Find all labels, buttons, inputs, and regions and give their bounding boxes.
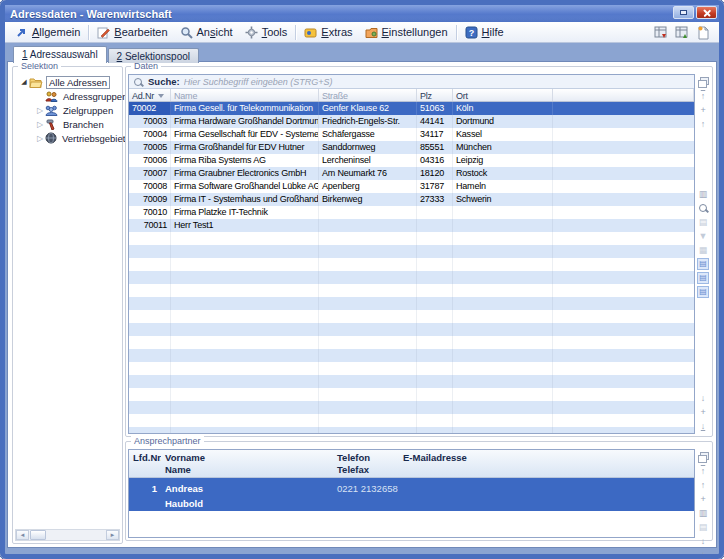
tree-item-zielgruppen[interactable]: ▷ Zielgruppen: [13, 103, 122, 117]
table-row[interactable]: 70006Firma Riba Systems AGLercheninsel04…: [129, 154, 694, 167]
table-row[interactable]: 70005Firma Großhandel für EDV HutnerSand…: [129, 141, 694, 154]
contacts-groupbox: Ansprechpartner Lfd.Nr. VornameName Tele…: [125, 441, 713, 541]
menu-hilfe[interactable]: ? Hilfe: [459, 24, 510, 41]
column-header-adnr[interactable]: Ad.Nr: [129, 89, 171, 101]
magnifier-icon: [180, 26, 193, 39]
table-export-icon[interactable]: [654, 25, 669, 40]
table-row-empty[interactable]: [129, 362, 694, 375]
table-row[interactable]: 70008Firma Software Großhandel Lübke AGA…: [129, 180, 694, 193]
tree-collapsed-icon[interactable]: ▷: [35, 106, 45, 115]
copy-view-icon[interactable]: [697, 76, 709, 88]
table-row-empty[interactable]: [129, 258, 694, 271]
sum-icon[interactable]: ▤: [697, 521, 709, 533]
insert-row-icon[interactable]: +: [697, 493, 709, 505]
close-button[interactable]: [696, 6, 717, 19]
selection-tree: ◢ Alle Adressen Adressgruppen ▷ Zielgrup…: [13, 75, 122, 145]
menu-tools[interactable]: Tools: [239, 24, 294, 41]
table-row-empty[interactable]: [129, 427, 694, 433]
menu-ansicht[interactable]: Ansicht: [174, 24, 239, 41]
column-header-telefon-telefax[interactable]: TelefonTelefax: [333, 450, 399, 477]
gear-icon: [245, 26, 258, 39]
column-header-email[interactable]: E-Mailadresse: [399, 450, 694, 477]
scroll-right-icon[interactable]: ►: [106, 530, 119, 540]
menu-allgemein[interactable]: Allgemein: [9, 24, 86, 41]
scroll-top-icon[interactable]: ↑: [697, 465, 709, 477]
table-row-empty[interactable]: [129, 310, 694, 323]
append-row-icon[interactable]: +: [697, 406, 709, 418]
filter-icon[interactable]: ▼: [697, 230, 709, 242]
tree-expanded-icon[interactable]: ◢: [19, 78, 29, 86]
search-icon[interactable]: [697, 202, 709, 214]
column-header-ort[interactable]: Ort: [453, 89, 553, 101]
contacts-group-title: Ansprechpartner: [131, 436, 204, 446]
menu-separator: [295, 25, 296, 40]
grid-blue-icon[interactable]: ▤: [697, 272, 709, 284]
table-row-empty[interactable]: [129, 245, 694, 258]
append-row-icon[interactable]: +: [697, 549, 709, 559]
tree-item-alle-adressen[interactable]: ◢ Alle Adressen: [13, 75, 122, 89]
table-row-empty[interactable]: [129, 349, 694, 362]
copy-view-icon[interactable]: [697, 451, 709, 463]
table-row-empty[interactable]: [129, 297, 694, 310]
sum-icon[interactable]: ▤: [697, 216, 709, 228]
list-blue-icon[interactable]: ▤: [697, 258, 709, 270]
tree-item-branchen[interactable]: ▷ Branchen: [13, 117, 122, 131]
table-row[interactable]: 70009Firma IT - Systemhaus und Großhande…: [129, 193, 694, 206]
table-row-empty[interactable]: [129, 232, 694, 245]
restore-button[interactable]: [673, 6, 694, 19]
scroll-top-icon[interactable]: ↑: [697, 90, 709, 102]
tree-item-vertriebsgebiete[interactable]: ▷ Vertriebsgebiete: [13, 131, 122, 145]
scroll-left-icon[interactable]: ◄: [16, 530, 29, 540]
menu-extras[interactable]: Extras: [298, 24, 358, 41]
table-row[interactable]: 70002Firma Gesell. für Telekommunikation…: [129, 102, 694, 115]
tab-adressauswahl[interactable]: 1 Adressauswahl: [13, 46, 107, 63]
insert-row-icon[interactable]: +: [697, 104, 709, 116]
scrollbar-thumb[interactable]: [30, 530, 46, 540]
table-row-empty[interactable]: [129, 271, 694, 284]
table-row-empty[interactable]: [129, 284, 694, 297]
table-row[interactable]: 70007Firma Graubner Electronics GmbHAm N…: [129, 167, 694, 180]
table-row-empty[interactable]: [129, 388, 694, 401]
tree-collapsed-icon[interactable]: ▷: [35, 134, 45, 143]
menu-bearbeiten[interactable]: Bearbeiten: [91, 24, 173, 41]
title-bar: Adressdaten - Warenwirtschaft: [5, 5, 719, 22]
tab-selektionspool[interactable]: 2 Selektionspool: [108, 48, 199, 63]
table-row[interactable]: 70011Herr Test1: [129, 219, 694, 232]
table-row-empty[interactable]: [129, 375, 694, 388]
column-header-strasse[interactable]: Straße: [319, 89, 417, 101]
scroll-bottom-icon[interactable]: ↓: [697, 420, 709, 432]
column-header-lfdnr[interactable]: Lfd.Nr.: [129, 450, 161, 477]
scroll-down-icon[interactable]: ↓: [697, 392, 709, 404]
table-row-empty[interactable]: [129, 414, 694, 427]
scroll-up-icon[interactable]: ↑: [697, 118, 709, 130]
columns-icon[interactable]: ▥: [697, 188, 709, 200]
columns-icon[interactable]: ▥: [697, 507, 709, 519]
search-input[interactable]: [184, 77, 691, 87]
table-row[interactable]: 70003Firma Hardware Großhandel DortmundF…: [129, 115, 694, 128]
table-row[interactable]: 70010Firma Platzke IT-Technik: [129, 206, 694, 219]
table-row[interactable]: 70004Firma Gesellschaft für EDV - System…: [129, 128, 694, 141]
group-icon: [45, 105, 58, 116]
contact-row[interactable]: 1 AndreasHaubold 0221 2132658: [129, 478, 694, 511]
cards-blue-icon[interactable]: ▤: [697, 286, 709, 298]
table-import-icon[interactable]: [675, 25, 690, 40]
tree-horizontal-scrollbar[interactable]: ◄ ►: [15, 529, 120, 541]
layout-icon[interactable]: ▦: [697, 244, 709, 256]
column-header-vorname-name[interactable]: VornameName: [161, 450, 333, 477]
scroll-up-icon[interactable]: ↑: [697, 479, 709, 491]
column-header-plz[interactable]: Plz: [417, 89, 453, 101]
tree-item-adressgruppen[interactable]: Adressgruppen: [13, 89, 122, 103]
table-row-empty[interactable]: [129, 323, 694, 336]
scroll-down-icon[interactable]: ↓: [697, 535, 709, 547]
column-header-name[interactable]: Name: [171, 89, 319, 101]
close-icon: [703, 9, 711, 17]
table-row-empty[interactable]: [129, 401, 694, 414]
arrow-up-right-icon: [15, 26, 28, 39]
search-row[interactable]: Suche:: [129, 75, 694, 89]
address-table-body: 70002Firma Gesell. für Telekommunikation…: [129, 102, 694, 433]
new-document-icon[interactable]: [696, 25, 711, 40]
table-row-empty[interactable]: [129, 336, 694, 349]
tree-collapsed-icon[interactable]: ▷: [35, 120, 45, 129]
menu-einstellungen[interactable]: Einstellungen: [359, 24, 454, 41]
menu-separator: [456, 25, 457, 40]
